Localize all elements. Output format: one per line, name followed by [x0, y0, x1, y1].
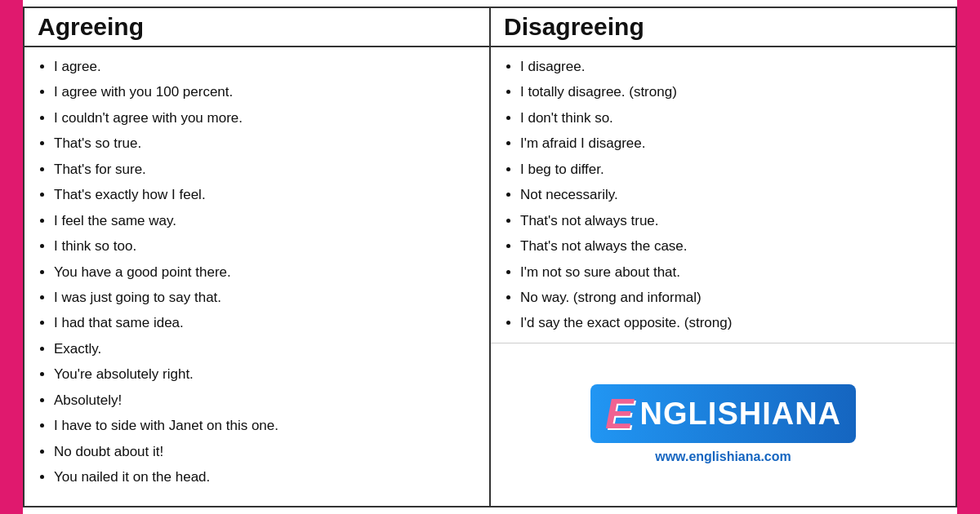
- list-item: That's exactly how I feel.: [54, 182, 476, 207]
- list-item: No doubt about it!: [54, 439, 476, 464]
- logo-letter-e: E: [605, 392, 634, 435]
- disagreeing-top: Disagreeing I disagree.I totally disagre…: [491, 8, 956, 343]
- list-item: Exactly.: [54, 336, 476, 361]
- page-wrapper: Agreeing I agree.I agree with you 100 pe…: [0, 0, 980, 514]
- list-item: That's not always true.: [520, 208, 942, 233]
- list-item: I was just going to say that.: [54, 285, 476, 310]
- list-item: I disagree.: [520, 54, 942, 79]
- agreeing-body: I agree.I agree with you 100 percent.I c…: [24, 47, 489, 506]
- logo-box: E NGLISHIANA: [590, 384, 856, 443]
- agreeing-header: Agreeing: [24, 8, 489, 47]
- disagreeing-column: Disagreeing I disagree.I totally disagre…: [491, 8, 956, 506]
- logo-url: www.englishiana.com: [655, 450, 791, 464]
- list-item: That's so true.: [54, 131, 476, 156]
- table-container: Agreeing I agree.I agree with you 100 pe…: [23, 7, 957, 507]
- list-item: Absolutely!: [54, 388, 476, 413]
- list-item: That's not always the case.: [520, 233, 942, 259]
- list-item: You have a good point there.: [54, 259, 476, 285]
- agreeing-list: I agree.I agree with you 100 percent.I c…: [38, 54, 476, 490]
- list-item: I had that same idea.: [54, 310, 476, 335]
- list-item: I agree.: [54, 54, 476, 79]
- list-item: I totally disagree. (strong): [520, 79, 942, 104]
- list-item: I couldn't agree with you more.: [54, 105, 476, 131]
- list-item: I don't think so.: [520, 105, 942, 131]
- list-item: No way. (strong and informal): [520, 285, 942, 310]
- list-item: I think so too.: [54, 233, 476, 259]
- list-item: I feel the same way.: [54, 208, 476, 233]
- list-item: I beg to differ.: [520, 157, 942, 182]
- left-sidebar: [0, 0, 23, 514]
- disagreeing-header: Disagreeing: [491, 8, 956, 47]
- agreeing-column: Agreeing I agree.I agree with you 100 pe…: [24, 8, 491, 506]
- brand-logo: E NGLISHIANA www.englishiana.com: [590, 384, 856, 464]
- list-item: You're absolutely right.: [54, 361, 476, 387]
- list-item: I'm not so sure about that.: [520, 259, 942, 285]
- disagreeing-body: I disagree.I totally disagree. (strong)I…: [491, 47, 956, 343]
- list-item: I'm afraid I disagree.: [520, 131, 942, 156]
- list-item: You nailed it on the head.: [54, 464, 476, 490]
- list-item: I'd say the exact opposite. (strong): [520, 310, 942, 335]
- list-item: I agree with you 100 percent.: [54, 79, 476, 104]
- logo-name: NGLISHIANA: [640, 398, 841, 429]
- disagreeing-list: I disagree.I totally disagree. (strong)I…: [504, 54, 942, 336]
- main-content: Agreeing I agree.I agree with you 100 pe…: [23, 0, 957, 514]
- right-sidebar: [957, 0, 980, 514]
- list-item: That's for sure.: [54, 157, 476, 182]
- list-item: I have to side with Janet on this one.: [54, 413, 476, 438]
- list-item: Not necessarily.: [520, 182, 942, 207]
- logo-section: E NGLISHIANA www.englishiana.com: [491, 343, 956, 506]
